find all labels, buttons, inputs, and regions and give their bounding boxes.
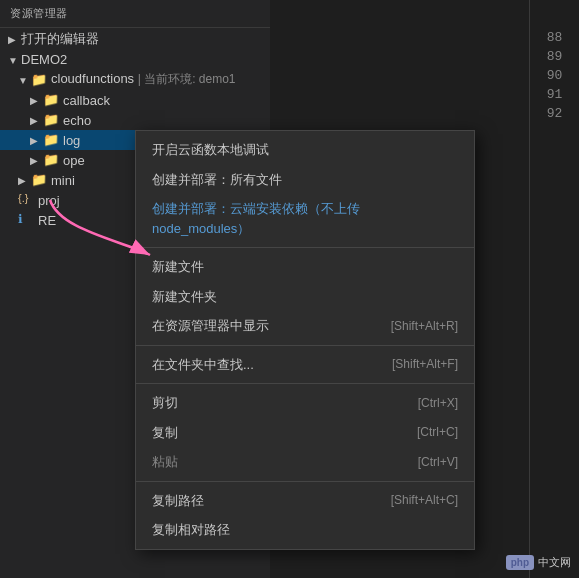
folder-icon — [43, 92, 59, 108]
menu-item-label: 复制 — [152, 423, 178, 443]
context-menu: 开启云函数本地调试 创建并部署：所有文件 创建并部署：云端安装依赖（不上传 no… — [135, 130, 475, 550]
menu-paste[interactable]: 粘贴 [Ctrl+V] — [136, 447, 474, 477]
info-icon: ℹ — [18, 212, 34, 228]
line-num-90: 90 — [547, 66, 563, 85]
separator-2 — [136, 345, 474, 346]
demo2-label: DEMO2 — [21, 52, 67, 67]
json-file-icon: {.} — [18, 192, 34, 208]
menu-deploy-cloud[interactable]: 创建并部署：云端安装依赖（不上传 node_modules） — [136, 194, 474, 243]
callback-label: callback — [63, 93, 110, 108]
explorer-header: 资源管理器 — [0, 0, 270, 28]
cloudfunctions-label: cloudfunctions | 当前环境: demo1 — [51, 71, 236, 88]
menu-copy-relative-path[interactable]: 复制相对路径 — [136, 515, 474, 545]
menu-item-label: 创建并部署：所有文件 — [152, 170, 282, 190]
line-num-88: 88 — [547, 28, 563, 47]
menu-cut[interactable]: 剪切 [Ctrl+X] — [136, 388, 474, 418]
menu-item-label: 复制相对路径 — [152, 520, 230, 540]
project-json-label: proj — [38, 193, 60, 208]
menu-deploy-all[interactable]: 创建并部署：所有文件 — [136, 165, 474, 195]
separator-4 — [136, 481, 474, 482]
menu-copy[interactable]: 复制 [Ctrl+C] — [136, 418, 474, 448]
folder-icon — [43, 152, 59, 168]
shortcut-label: [Shift+Alt+R] — [391, 317, 458, 335]
folder-icon — [31, 172, 47, 188]
log-label: log — [63, 133, 80, 148]
menu-find-in-folder[interactable]: 在文件夹中查找... [Shift+Alt+F] — [136, 350, 474, 380]
folder-open-icon — [31, 72, 47, 88]
watermark-url: 中文网 — [538, 555, 571, 570]
shortcut-label: [Ctrl+X] — [418, 394, 458, 412]
shortcut-label: [Ctrl+C] — [417, 423, 458, 441]
menu-item-label: 复制路径 — [152, 491, 204, 511]
echo-folder[interactable]: echo — [0, 110, 270, 130]
arrow-icon — [18, 175, 28, 185]
separator-1 — [136, 247, 474, 248]
separator-3 — [136, 383, 474, 384]
line-num-91: 91 — [547, 85, 563, 104]
open-editors-section[interactable]: 打开的编辑器 — [0, 28, 270, 50]
folder-icon — [43, 112, 59, 128]
arrow-icon — [8, 55, 18, 65]
arrow-icon — [30, 135, 40, 145]
menu-item-label: 新建文件夹 — [152, 287, 217, 307]
explorer-title: 资源管理器 — [10, 7, 68, 19]
callback-folder[interactable]: callback — [0, 90, 270, 110]
line-num-89: 89 — [547, 47, 563, 66]
watermark: php 中文网 — [506, 555, 571, 570]
shortcut-label: [Shift+Alt+C] — [391, 491, 458, 509]
menu-item-label: 开启云函数本地调试 — [152, 140, 269, 160]
menu-copy-path[interactable]: 复制路径 [Shift+Alt+C] — [136, 486, 474, 516]
arrow-icon — [30, 95, 40, 105]
cloudfunctions-folder[interactable]: cloudfunctions | 当前环境: demo1 — [0, 69, 270, 90]
menu-item-label: 新建文件 — [152, 257, 204, 277]
menu-item-label: 在文件夹中查找... — [152, 355, 254, 375]
demo2-section[interactable]: DEMO2 — [0, 50, 270, 69]
menu-debug-local[interactable]: 开启云函数本地调试 — [136, 135, 474, 165]
arrow-icon — [8, 34, 18, 44]
arrow-icon — [30, 155, 40, 165]
menu-item-label: 剪切 — [152, 393, 178, 413]
arrow-icon — [18, 75, 28, 85]
mini-label: mini — [51, 173, 75, 188]
php-badge: php — [506, 555, 534, 570]
menu-reveal-explorer[interactable]: 在资源管理器中显示 [Shift+Alt+R] — [136, 311, 474, 341]
menu-item-label: 创建并部署：云端安装依赖（不上传 node_modules） — [152, 199, 458, 238]
arrow-icon — [30, 115, 40, 125]
echo-label: echo — [63, 113, 91, 128]
open-editors-label: 打开的编辑器 — [21, 30, 99, 48]
line-numbers-panel: 88 89 90 91 92 — [529, 0, 579, 578]
ope-label: ope — [63, 153, 85, 168]
line-num-92: 92 — [547, 104, 563, 123]
menu-item-label: 粘贴 — [152, 452, 178, 472]
shortcut-label: [Ctrl+V] — [418, 453, 458, 471]
readme-label: RE — [38, 213, 56, 228]
menu-new-file[interactable]: 新建文件 — [136, 252, 474, 282]
menu-new-folder[interactable]: 新建文件夹 — [136, 282, 474, 312]
shortcut-label: [Shift+Alt+F] — [392, 355, 458, 373]
folder-icon — [43, 132, 59, 148]
menu-item-label: 在资源管理器中显示 — [152, 316, 269, 336]
